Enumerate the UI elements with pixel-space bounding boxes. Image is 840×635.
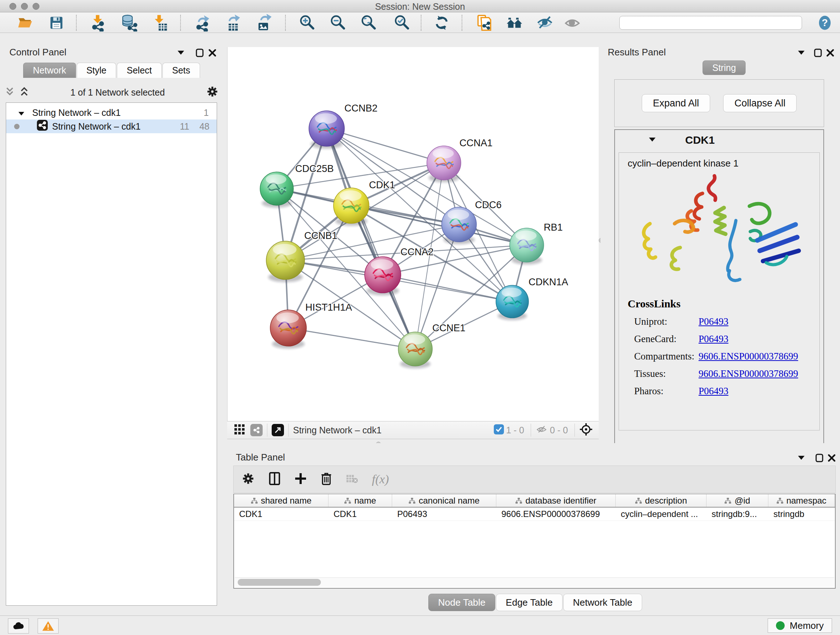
import-network-from-database-icon[interactable] [118, 13, 139, 32]
results-tab-string[interactable]: String [703, 60, 745, 75]
network-edge-HIST1H1A-CCNE1[interactable] [288, 328, 415, 349]
crosslink-link[interactable]: P06493 [699, 316, 729, 327]
protein-card-header[interactable]: CDK1 [615, 130, 823, 150]
export-image-icon[interactable] [254, 13, 274, 32]
table-close-icon[interactable] [826, 453, 837, 463]
export-table-icon[interactable] [223, 13, 243, 32]
zoom-selected-icon[interactable] [392, 13, 412, 32]
network-node-CCNB2[interactable]: CCNB2 [309, 103, 378, 149]
tab-node-table[interactable]: Node Table [428, 594, 495, 611]
column-header-database-identifier[interactable]: database identifier [496, 494, 616, 507]
node-label-HIST1H1A: HIST1H1A [305, 302, 352, 313]
tab-sets[interactable]: Sets [163, 63, 200, 78]
column-header-canonical-name[interactable]: canonical name [392, 494, 496, 507]
birdseye-crosshair-icon[interactable] [579, 423, 593, 438]
network-node-HIST1H1A[interactable]: HIST1H1A [270, 302, 352, 348]
network-edge-CCNB2-RB1[interactable] [327, 128, 527, 245]
hide-selected-eye-icon[interactable] [535, 13, 555, 32]
results-menu-icon[interactable] [796, 48, 807, 58]
network-edge-CCNB2-CCNA1[interactable] [327, 128, 444, 163]
tab-style[interactable]: Style [77, 63, 117, 78]
cloud-status-button[interactable] [8, 618, 29, 633]
collapse-entry-icon[interactable] [649, 137, 655, 143]
table-row[interactable]: CDK1CDK1P064939606.ENSP00000378699cyclin… [234, 508, 835, 521]
network-node-CCNB1[interactable]: CCNB1 [266, 230, 338, 282]
network-edge-CDK1-RB1[interactable] [351, 206, 527, 245]
title-bar: Session: New Session [0, 0, 840, 12]
network-options-gear-icon[interactable] [206, 86, 218, 99]
panel-menu-icon[interactable] [175, 48, 186, 58]
crosslink-label: Tissues: [628, 368, 699, 379]
warning-status-button[interactable] [38, 618, 58, 633]
network-node-CCNA1[interactable]: CCNA1 [427, 138, 493, 182]
panel-float-icon[interactable] [194, 48, 205, 58]
crosslink-link[interactable]: P06493 [699, 333, 729, 345]
expand-all-button[interactable]: Expand All [642, 94, 711, 112]
show-columns-icon[interactable] [268, 472, 281, 487]
zoom-in-icon[interactable] [297, 13, 317, 32]
tab-network-table[interactable]: Network Table [563, 594, 642, 611]
hidden-eye-icon[interactable] [535, 424, 548, 436]
table-cell[interactable]: cyclin–dependent ... [616, 508, 706, 521]
table-cell[interactable]: P06493 [392, 508, 496, 521]
zoom-fit-icon[interactable] [358, 13, 379, 32]
refresh-view-icon[interactable] [431, 13, 452, 32]
tab-select[interactable]: Select [117, 63, 161, 78]
tab-edge-table[interactable]: Edge Table [496, 594, 562, 611]
import-table-icon[interactable] [149, 13, 170, 32]
column-header-@id[interactable]: @id [706, 494, 768, 507]
crosslink-link[interactable]: P06493 [699, 386, 729, 397]
clone-network-icon[interactable] [474, 13, 494, 32]
table-horizontal-scrollbar[interactable] [235, 578, 834, 587]
memory-button[interactable]: Memory [767, 618, 832, 633]
network-share-badge-icon[interactable] [250, 424, 263, 436]
grid-view-icon[interactable] [234, 424, 245, 437]
column-header-namespac[interactable]: namespac [768, 494, 835, 507]
help-icon[interactable]: ? [815, 13, 835, 32]
network-edge-CCNA2-CDKN1A[interactable] [383, 275, 512, 302]
column-header-name[interactable]: name [328, 494, 392, 507]
scrollbar-thumb[interactable] [238, 579, 321, 586]
table-options-gear-icon[interactable] [242, 472, 255, 486]
collection-expander-icon[interactable] [19, 108, 24, 118]
collapse-all-button[interactable]: Collapse All [723, 94, 797, 112]
save-session-icon[interactable] [46, 13, 66, 32]
search-input[interactable] [619, 16, 802, 30]
network-row-selected[interactable]: String Network – cdk1 11 48 [6, 119, 217, 133]
open-in-window-icon[interactable] [272, 424, 284, 436]
create-column-icon[interactable] [294, 472, 307, 486]
import-network-icon[interactable] [88, 13, 108, 32]
column-header-shared-name[interactable]: shared name [234, 494, 328, 507]
table-cell[interactable]: CDK1 [328, 508, 392, 521]
zoom-out-icon[interactable] [328, 13, 348, 32]
column-header-description[interactable]: description [616, 494, 706, 507]
network-node-CCNE1[interactable]: CCNE1 [398, 323, 466, 369]
home-icon[interactable] [504, 13, 524, 32]
table-menu-icon[interactable] [796, 453, 807, 463]
collapse-all-icon[interactable] [5, 87, 14, 98]
export-network-icon[interactable] [192, 13, 212, 32]
table-float-icon[interactable] [814, 453, 825, 463]
network-view-canvas[interactable]: CCNB2CCNA1CDC25BCDK1CDC6RB1CCNB1CCNA2CDK… [227, 47, 599, 421]
network-node-CDK1[interactable]: CDK1 [333, 180, 395, 226]
expand-all-icon[interactable] [19, 87, 29, 98]
table-cell[interactable]: CDK1 [234, 508, 328, 521]
selected-checkbox-icon[interactable] [494, 424, 504, 436]
crosslink-link[interactable]: 9606.ENSP00000378699 [699, 351, 798, 362]
network-node-RB1[interactable]: RB1 [510, 222, 563, 264]
network-collection-row[interactable]: String Network – cdk1 1 [6, 106, 217, 119]
tab-network[interactable]: Network [23, 63, 76, 78]
panel-close-icon[interactable] [207, 48, 218, 58]
delete-column-trash-icon[interactable] [321, 472, 332, 487]
protein-result-card: CDK1 cyclin–dependent kinase 1 CrossLink… [614, 129, 824, 447]
table-cell[interactable]: stringdb [768, 508, 835, 521]
results-close-icon[interactable] [825, 48, 836, 58]
crosslink-link[interactable]: 9606.ENSP00000378699 [699, 368, 798, 379]
open-session-icon[interactable] [15, 13, 35, 32]
results-float-icon[interactable] [813, 48, 823, 58]
network-node-CDKN1A[interactable]: CDKN1A [496, 277, 568, 320]
table-cell[interactable]: 9606.ENSP00000378699 [496, 508, 616, 521]
show-all-eye-icon[interactable] [562, 13, 583, 32]
table-cell[interactable]: stringdb:9... [706, 508, 768, 521]
node-table[interactable]: shared namenamecanonical namedatabase id… [233, 494, 836, 589]
